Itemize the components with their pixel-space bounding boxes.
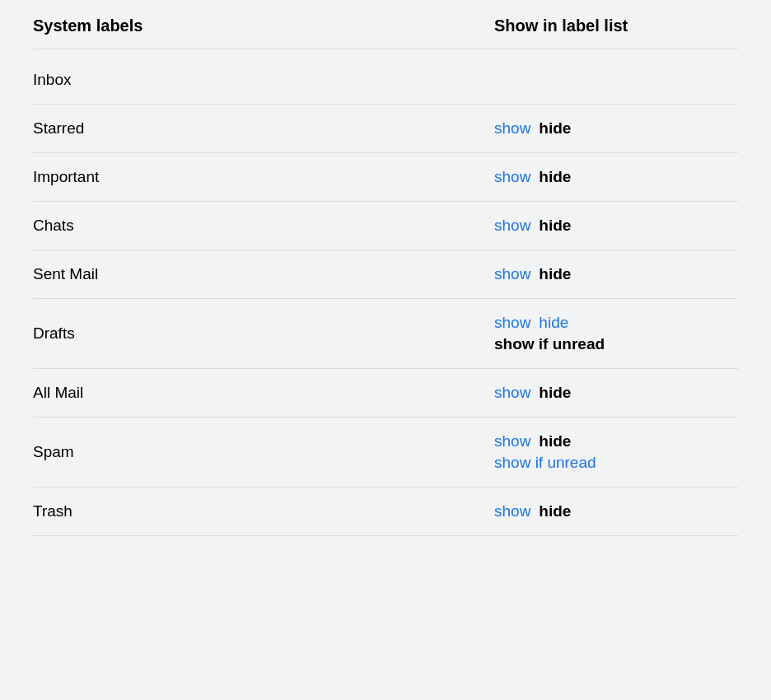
actions-line-1: show if unread xyxy=(494,454,596,472)
label-actions-trash: showhide xyxy=(494,502,738,520)
label-name-important: Important xyxy=(33,168,494,186)
label-name-trash: Trash xyxy=(33,502,494,520)
label-actions-chats: showhide xyxy=(494,217,738,235)
action-show[interactable]: show xyxy=(494,217,530,235)
label-actions-sent-mail: showhide xyxy=(494,265,738,283)
show-in-label-list-header: Show in label list xyxy=(494,16,738,35)
action-show[interactable]: show xyxy=(494,265,530,283)
label-actions-important: showhide xyxy=(494,168,738,186)
label-actions-starred: showhide xyxy=(494,119,738,138)
table-row: Spamshowhideshow if unread xyxy=(33,418,738,488)
actions-line-1: show if unread xyxy=(494,335,605,353)
actions-multiline: showhideshow if unread xyxy=(494,432,596,472)
label-actions-all-mail: showhide xyxy=(494,384,738,402)
label-name-spam: Spam xyxy=(33,443,494,461)
action-show[interactable]: show xyxy=(494,119,530,138)
table-row: Inbox xyxy=(33,56,738,105)
table-row: Sent Mailshowhide xyxy=(33,250,738,299)
actions-line-0: showhide xyxy=(494,432,596,450)
action-show[interactable]: show xyxy=(494,432,530,450)
label-name-chats: Chats xyxy=(33,217,494,235)
table-row: Starredshowhide xyxy=(33,105,738,153)
table-header: System labels Show in label list xyxy=(33,16,738,49)
label-actions-spam: showhideshow if unread xyxy=(494,432,738,472)
action-hide[interactable]: hide xyxy=(539,217,571,235)
action-hide[interactable]: hide xyxy=(539,168,571,186)
table-row: Trashshowhide xyxy=(33,488,738,536)
actions-line-0: showhide xyxy=(494,314,605,332)
actions-multiline: showhideshow if unread xyxy=(494,314,605,353)
system-labels-header: System labels xyxy=(33,16,494,35)
action-hide[interactable]: hide xyxy=(539,432,571,450)
label-actions-drafts: showhideshow if unread xyxy=(494,314,738,353)
table-row: All Mailshowhide xyxy=(33,369,738,418)
action-show[interactable]: show xyxy=(494,168,530,186)
label-name-drafts: Drafts xyxy=(33,324,494,343)
label-name-inbox: Inbox xyxy=(33,71,494,89)
table-row: Importantshowhide xyxy=(33,153,738,202)
label-name-sent-mail: Sent Mail xyxy=(33,265,494,283)
action-show[interactable]: show xyxy=(494,384,530,402)
label-name-starred: Starred xyxy=(33,119,494,138)
table-row: Chatsshowhide xyxy=(33,202,738,250)
action-hide[interactable]: hide xyxy=(539,314,568,332)
action-show-if-unread[interactable]: show if unread xyxy=(494,335,605,353)
action-hide[interactable]: hide xyxy=(539,265,571,283)
action-show[interactable]: show xyxy=(494,502,530,520)
table-row: Draftsshowhideshow if unread xyxy=(33,299,738,369)
action-show[interactable]: show xyxy=(494,314,530,332)
action-hide[interactable]: hide xyxy=(539,502,571,520)
action-hide[interactable]: hide xyxy=(539,384,571,402)
action-hide[interactable]: hide xyxy=(539,119,571,138)
labels-list: InboxStarredshowhideImportantshowhideCha… xyxy=(33,56,738,536)
main-container: System labels Show in label list InboxSt… xyxy=(0,0,771,553)
action-show-if-unread[interactable]: show if unread xyxy=(494,454,596,472)
label-name-all-mail: All Mail xyxy=(33,384,494,402)
